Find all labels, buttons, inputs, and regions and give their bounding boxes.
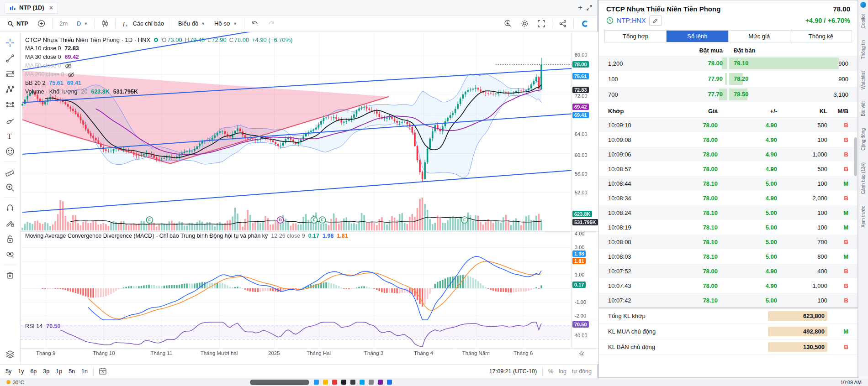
weather-widget[interactable]: 30°C [6, 380, 24, 385]
edit-symbol-button[interactable] [649, 16, 662, 26]
trade-row[interactable]: 10:08:2478.105.00100M [599, 205, 857, 220]
tab-Mức giá[interactable]: Mức giá [729, 31, 790, 42]
legend-ma30[interactable]: MA 30 close 069.42 [25, 53, 294, 62]
fullscreen-button[interactable] [534, 18, 549, 29]
macd-legend[interactable]: Moving Average Convergence Divergence (M… [25, 233, 348, 239]
bid-price[interactable]: 78.00 [678, 56, 728, 71]
time-label[interactable]: Tháng 10 [93, 350, 115, 356]
orderbook-row[interactable]: 70077.7078.503,100 [599, 87, 857, 102]
chart-tab[interactable]: NTP (1D) × [5, 2, 58, 14]
alert-button[interactable] [500, 18, 515, 29]
orderbook-row[interactable]: 10077.9078.20900 [599, 71, 857, 87]
taskbar-app-icon[interactable] [378, 380, 383, 385]
taskbar-app-icon[interactable] [314, 380, 319, 385]
time-label[interactable]: Tháng Năm [462, 350, 490, 356]
eye-off-icon[interactable] [65, 63, 72, 69]
range-button-1y[interactable]: 1y [18, 368, 24, 375]
taskbar-app-icon[interactable] [387, 380, 392, 385]
indicators-button[interactable]: ƒx Các chỉ báo [119, 18, 168, 29]
sidebar-item-2[interactable]: Watchlist [861, 71, 866, 89]
chart-plot-area[interactable]: CTCP Nhựa Thiếu Niên Tiền Phong · 1D · H… [21, 32, 597, 364]
hide-drawings-tool[interactable] [2, 247, 18, 262]
legend-ma10[interactable]: MA 10 close 072.83 [25, 44, 294, 53]
share-button[interactable] [556, 18, 570, 29]
drawing-mode-tool[interactable] [2, 216, 18, 231]
symbol-search[interactable]: NTP [4, 18, 32, 29]
trend-line-tool[interactable] [2, 51, 18, 66]
range-button-3p[interactable]: 3p [43, 368, 49, 375]
trade-row[interactable]: 10:08:3478.004.902,000B [599, 191, 857, 205]
interval-button[interactable]: D▼ [73, 18, 91, 29]
legend-ma200[interactable]: MA 200 close 0 [25, 70, 294, 79]
compare-button[interactable] [34, 18, 49, 29]
ask-price[interactable]: 78.10 [728, 56, 778, 71]
emoji-tool[interactable] [2, 144, 18, 159]
prediction-tool[interactable] [2, 98, 18, 112]
profile-menu-button[interactable]: Hồ sơ▼ [211, 18, 241, 29]
sidebar-item-4[interactable]: Cộng đồng [861, 128, 866, 151]
range-button-5y[interactable]: 5y [5, 368, 11, 375]
expand-icon[interactable] [586, 5, 593, 11]
ask-price[interactable]: 78.20 [728, 71, 778, 87]
time-label[interactable]: Tháng 3 [364, 350, 383, 356]
trade-row[interactable]: 10:09:0878.004.90100B [599, 132, 857, 147]
fav-interval-button[interactable]: 2m [56, 18, 71, 29]
time-label[interactable]: Tháng Hai [307, 350, 331, 356]
bid-price[interactable]: 77.90 [678, 71, 728, 87]
trades-list[interactable]: 10:09:1078.004.90500B10:09:0878.004.9010… [599, 118, 857, 308]
trade-row[interactable]: 10:08:0378.105.00800M [599, 249, 857, 264]
taskbar-search[interactable] [250, 380, 309, 385]
object-tree-tool[interactable] [2, 347, 18, 361]
time-label[interactable]: Tháng 9 [36, 350, 55, 356]
chart-menu-button[interactable]: Biểu đồ▼ [175, 18, 209, 29]
range-button-5n[interactable]: 5n [69, 368, 75, 375]
pattern-tool[interactable] [2, 82, 18, 97]
zoom-in-tool[interactable] [2, 180, 18, 195]
fib-tool[interactable] [2, 67, 18, 81]
eye-off-icon[interactable] [68, 72, 74, 78]
taskbar-app-icon[interactable] [360, 380, 365, 385]
trade-row[interactable]: 10:08:5778.004.90500B [599, 162, 857, 176]
axis-settings-gear-icon[interactable] [579, 351, 585, 357]
magnet-tool[interactable] [2, 201, 18, 215]
sidebar-item-6[interactable]: Xem trước [861, 206, 866, 228]
orderbook-row[interactable]: 1,20078.0078.1015,900 [599, 56, 857, 71]
clock-label[interactable]: 17:09:21 (UTC-10) [489, 368, 537, 375]
time-label[interactable]: Tháng 4 [414, 350, 433, 356]
measure-tool[interactable] [2, 165, 18, 179]
time-axis[interactable]: Tháng 9Tháng 10Tháng 11Tháng Mười hai202… [21, 349, 572, 360]
legend-ma50[interactable]: MA 50 close 0 [25, 62, 294, 70]
close-icon[interactable]: × [49, 4, 53, 11]
undo-button[interactable] [248, 19, 262, 28]
range-button-1p[interactable]: 1p [56, 368, 62, 375]
trade-row[interactable]: 10:09:0678.004.901,000B [599, 147, 857, 162]
ask-price[interactable]: 78.50 [728, 87, 778, 102]
log-scale-button[interactable]: log [559, 368, 566, 375]
legend-bb[interactable]: BB 20 275.6169.41 [25, 79, 294, 88]
go-to-date-icon[interactable] [99, 368, 106, 375]
redo-button[interactable] [264, 19, 279, 28]
sidebar-item-3[interactable]: Bài viết [861, 101, 866, 116]
time-label[interactable]: Tháng 6 [513, 350, 533, 356]
chart-style-button[interactable] [98, 18, 112, 29]
trade-row[interactable]: 10:08:0878.105.00700B [599, 235, 857, 249]
trade-row[interactable]: 10:09:1078.004.90500B [599, 118, 857, 132]
legend-volume[interactable]: Volume - Khối lượng20623.8K531.795K [25, 88, 294, 96]
taskbar-app-icon[interactable] [323, 380, 328, 385]
trade-row[interactable]: 10:07:5278.004.90400B [599, 264, 857, 278]
taskbar-clock[interactable]: 10:09 AM [841, 380, 862, 385]
lock-drawings-tool[interactable] [2, 232, 18, 246]
price-axis[interactable]: 80.0072.0064.0060.0056.0052.004.003.001.… [572, 32, 598, 364]
sidebar-item-1[interactable]: Thông tin [861, 40, 866, 59]
trade-row[interactable]: 10:07:4278.105.00100B [599, 293, 857, 308]
copilot-logo-icon[interactable] [860, 2, 866, 8]
time-label[interactable]: 2025 [268, 350, 280, 356]
add-tab-icon[interactable]: + [574, 3, 586, 12]
sidebar-item-5[interactable]: Cảnh báo (134) [861, 162, 866, 194]
text-tool[interactable]: T [2, 129, 18, 143]
range-button-6p[interactable]: 6p [30, 368, 37, 375]
taskbar-app-icon[interactable] [332, 380, 337, 385]
percent-scale-button[interactable]: % [548, 368, 553, 375]
remove-drawings-tool[interactable] [2, 268, 18, 282]
bid-price[interactable]: 77.70 [678, 87, 728, 102]
